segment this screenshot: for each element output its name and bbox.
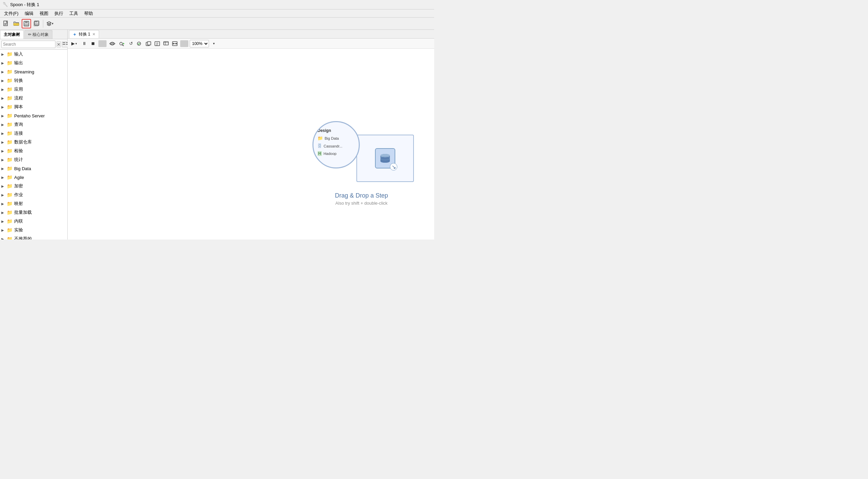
expand-arrow-icon: ▶ (1, 105, 7, 109)
main-area: 主对象树 ✏ 核心对象 ✕ ▶ 📁 输入 (0, 30, 434, 240)
toolbar-separator-1 (43, 20, 43, 28)
folder-icon: 📁 (7, 219, 13, 224)
tree-item[interactable]: ▶ 📁 映射 (0, 199, 67, 208)
search-clear-button[interactable]: ✕ (56, 41, 61, 47)
tree-list: ▶ 📁 输入 ▶ 📁 输出 ▶ 📁 Streaming ▶ 📁 转换 ▶ 📁 应… (0, 50, 67, 240)
svg-rect-11 (35, 23, 38, 25)
expand-arrow-icon: ▶ (1, 123, 7, 127)
zoom-dropdown[interactable]: ▾ (210, 40, 218, 48)
tree-item[interactable]: ▶ 📁 加密 (0, 182, 67, 190)
drag-drop-subtitle: Also try shift + double-click (335, 201, 388, 206)
canvas-tab-close[interactable]: ✕ (92, 32, 95, 37)
new-file-button[interactable] (1, 19, 11, 28)
tree-item[interactable]: ▶ 📁 流程 (0, 94, 67, 102)
search-bar: ✕ (0, 39, 67, 50)
tree-item-label: 数据仓库 (14, 139, 32, 145)
run-button[interactable]: ▶▾ (69, 40, 79, 48)
folder-icon: 📁 (7, 104, 13, 110)
tree-item[interactable]: ▶ 📁 脚本 (0, 102, 67, 111)
show-results-button[interactable] (162, 40, 170, 48)
tree-item-label: 应用 (14, 86, 23, 92)
menu-edit[interactable]: 编辑 (22, 10, 36, 17)
tree-item[interactable]: ▶ 📁 Pentaho Server (0, 111, 67, 120)
canvas-tab-transform1[interactable]: ✦ 转换 1 ✕ (69, 30, 99, 38)
expand-arrow-icon: ▶ (1, 96, 7, 100)
magnifier-bigdata-label: Big Data (325, 136, 339, 140)
tree-item[interactable]: ▶ 📁 实验 (0, 226, 67, 234)
drag-drop-text: Drag & Drop a Step Also try shift + doub… (335, 192, 388, 206)
tree-item[interactable]: ▶ 📁 Streaming (0, 67, 67, 76)
tree-item[interactable]: ▶ 📁 输出 (0, 59, 67, 67)
menu-help[interactable]: 帮助 (81, 10, 96, 17)
tree-item[interactable]: ▶ 📁 转换 (0, 76, 67, 85)
folder-icon: 📁 (7, 113, 13, 118)
tree-item[interactable]: ▶ 📁 数据仓库 (0, 138, 67, 146)
panel-tabs: 主对象树 ✏ 核心对象 (0, 30, 67, 39)
tree-item-label: 查询 (14, 121, 23, 128)
folder-icon: 📁 (7, 139, 13, 145)
expand-arrow-icon: ▶ (1, 211, 7, 214)
svg-rect-10 (35, 21, 37, 22)
drag-drop-hint-area: Design 📁 Big Data 🗄 Cassandr... H Hadoop (309, 121, 414, 206)
canvas-area[interactable]: Design 📁 Big Data 🗄 Cassandr... H Hadoop (68, 49, 434, 240)
left-panel: 主对象树 ✏ 核心对象 ✕ ▶ 📁 输入 (0, 30, 68, 240)
check-button[interactable] (136, 40, 144, 48)
magnifier-circle: Design 📁 Big Data 🗄 Cassandr... H Hadoop (312, 121, 360, 168)
tree-item-label: 实验 (14, 227, 23, 233)
tree-item[interactable]: ▶ 📁 检验 (0, 146, 67, 155)
svg-rect-6 (25, 21, 28, 23)
tree-item[interactable]: ▶ 📁 批量加载 (0, 208, 67, 217)
tab-main-objects[interactable]: 主对象树 (0, 30, 24, 39)
menu-tools[interactable]: 工具 (67, 10, 81, 17)
replay-button[interactable]: ↺ (127, 40, 135, 48)
save-all-button[interactable] (32, 19, 41, 28)
menu-file[interactable]: 文件(F) (1, 10, 21, 17)
tree-item[interactable]: ▶ 📁 查询 (0, 120, 67, 129)
tree-item[interactable]: ▶ 📁 不推荐的 (0, 234, 67, 240)
tree-item[interactable]: ▶ 📁 连接 (0, 129, 67, 138)
tree-item[interactable]: ▶ 📁 Big Data (0, 164, 67, 173)
layers-button[interactable]: ▾ (45, 19, 54, 28)
folder-icon: 📁 (7, 175, 13, 180)
svg-point-18 (120, 42, 122, 45)
tree-item[interactable]: ▶ 📁 输入 (0, 50, 67, 59)
menu-bar: 文件(F) 编辑 视图 执行 工具 帮助 (0, 9, 434, 18)
save-results-button[interactable] (153, 40, 161, 48)
svg-rect-12 (63, 42, 65, 43)
tree-item[interactable]: ▶ 📁 统计 (0, 155, 67, 164)
preview-button[interactable] (108, 40, 117, 48)
copy-results-button[interactable] (144, 40, 153, 48)
canvas-tab-icon: ✦ (73, 32, 77, 37)
expand-arrow-icon: ▶ (1, 184, 7, 188)
folder-icon: 📁 (7, 131, 13, 136)
menu-view[interactable]: 视图 (37, 10, 51, 17)
debug-button[interactable] (117, 40, 126, 48)
folder-icon: 📁 (7, 51, 13, 57)
tree-item[interactable]: ▶ 📁 应用 (0, 85, 67, 94)
search-input[interactable] (1, 41, 55, 48)
pause-button[interactable]: ⏸ (80, 40, 88, 48)
open-file-button[interactable] (11, 19, 21, 28)
tree-item-label: 转换 (14, 77, 23, 84)
tree-item-label: Agile (14, 175, 24, 180)
step-db-icon (375, 148, 395, 168)
tree-item-label: Big Data (14, 166, 31, 171)
tree-item-label: 作业 (14, 192, 23, 198)
menu-execute[interactable]: 执行 (52, 10, 66, 17)
save-file-button[interactable] (22, 19, 31, 28)
drag-drop-title: Drag & Drop a Step (335, 192, 388, 199)
tree-item[interactable]: ▶ 📁 作业 (0, 190, 67, 199)
tab-core-objects[interactable]: ✏ 核心对象 (24, 30, 52, 39)
zoom-select[interactable]: 100% 75% 50% 125% 150% (190, 40, 209, 47)
expand-arrow-icon: ▶ (1, 158, 7, 162)
tree-item-label: 检验 (14, 148, 23, 154)
svg-rect-13 (63, 44, 65, 45)
magnifier-item-hadoop: H Hadoop (318, 151, 336, 156)
stop-button[interactable]: ⏹ (89, 40, 97, 48)
tree-item-label: 流程 (14, 95, 23, 101)
tree-item[interactable]: ▶ 📁 Agile (0, 173, 67, 182)
tree-item-label: 映射 (14, 201, 23, 207)
tree-item[interactable]: ▶ 📁 内联 (0, 217, 67, 226)
folder-icon: 📁 (7, 210, 13, 215)
zoom-fit-button[interactable] (171, 40, 179, 48)
